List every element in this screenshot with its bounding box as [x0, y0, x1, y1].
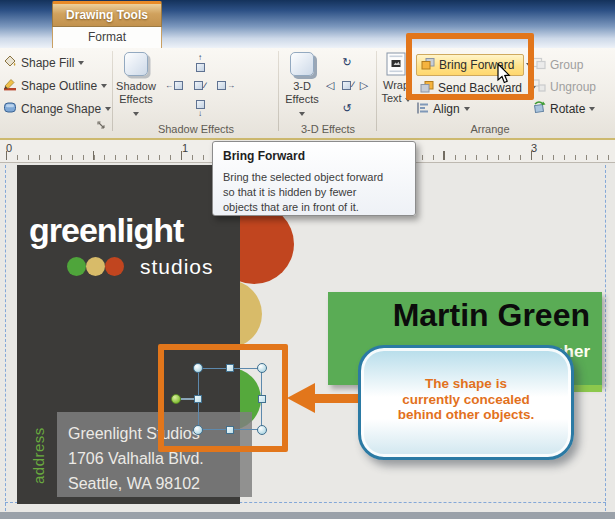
- dropdown-arrow-icon: [464, 107, 470, 111]
- address-label: address: [30, 414, 47, 498]
- change-shape-label: Change Shape: [21, 102, 101, 116]
- shape-fill-label: Shape Fill: [21, 56, 74, 70]
- shape-fill-icon: [3, 55, 17, 71]
- rotate-button[interactable]: Rotate: [532, 99, 595, 118]
- rotate-icon: [532, 101, 546, 117]
- callout-line: currently concealed: [361, 392, 571, 408]
- ungroup-button[interactable]: Ungroup: [532, 77, 596, 96]
- tooltip-title: Bring Forward: [223, 149, 305, 163]
- tilt-right-icon: ▷: [360, 80, 368, 91]
- dropdown-arrow-icon: [78, 61, 84, 65]
- shadow-square-icon: [174, 81, 183, 90]
- dropdown-arrow-icon: [105, 107, 111, 111]
- callout-bubble: The shape is currently concealed behind …: [358, 345, 574, 460]
- nudge-shadow-left-button[interactable]: ←: [162, 75, 186, 96]
- rotate-label: Rotate: [550, 102, 585, 116]
- tilt-left-button[interactable]: ◁: [322, 76, 338, 94]
- group-separator: [376, 51, 377, 131]
- toggle-threed-button[interactable]: ∕: [340, 76, 356, 94]
- shape-fill-button[interactable]: Shape Fill: [3, 53, 84, 73]
- dropdown-arrow-icon: [133, 112, 139, 116]
- callout-line: The shape is: [361, 376, 571, 392]
- nudge-shadow-down-button[interactable]: ↓: [188, 98, 212, 119]
- logo-dot-tan: [86, 257, 105, 276]
- address-line: Seattle, WA 98102: [68, 471, 204, 496]
- dropdown-arrow-icon: [589, 107, 595, 111]
- dialog-launcher-button[interactable]: [97, 117, 107, 135]
- callout-text: The shape is currently concealed behind …: [361, 376, 571, 423]
- ruler-mark-3: 3: [531, 142, 537, 154]
- margin-guide-right: [605, 165, 606, 511]
- change-shape-button[interactable]: Change Shape: [3, 99, 111, 119]
- logo-dot-green: [67, 257, 86, 276]
- logo-sub: studios: [140, 255, 214, 279]
- logo-name: greenlight: [29, 211, 183, 250]
- threed-square-icon: [342, 81, 351, 90]
- tilt-right-button[interactable]: ▷: [356, 76, 372, 94]
- group-label: Group: [550, 58, 583, 72]
- ruler-mark-1: 1: [182, 142, 188, 154]
- tooltip-line: so that it is hidden by fewer: [223, 186, 356, 198]
- arrow-down-icon: ↓: [198, 110, 202, 118]
- dropdown-arrow-icon: [101, 84, 107, 88]
- app-window: Drawing Tools Format Shape Fill Shape Ou…: [0, 0, 615, 519]
- align-icon: [416, 102, 429, 117]
- rotate-ccw-icon: ↺: [342, 103, 351, 114]
- ungroup-icon: [532, 79, 546, 95]
- shadow-square-icon: [196, 100, 205, 109]
- ruler-mark-0: 0: [6, 142, 12, 154]
- group-separator: [112, 51, 113, 131]
- callout-line: behind other objects.: [361, 407, 571, 423]
- ungroup-label: Ungroup: [550, 80, 596, 94]
- change-shape-icon: [3, 101, 17, 117]
- bring-forward-tooltip: Bring Forward Bring the selected object …: [212, 141, 416, 216]
- slash-icon: ∕: [204, 82, 205, 90]
- logo-dot-red: [105, 257, 124, 276]
- tooltip-line: objects that are in front of it.: [223, 201, 359, 213]
- arrow-right-icon: →: [227, 82, 235, 90]
- shape-outline-icon: [3, 78, 17, 94]
- threed-effects-label: 3-D: [293, 80, 311, 93]
- shadow-effects-label2: Effects: [116, 93, 156, 119]
- contextual-tab-drawing-tools[interactable]: Drawing Tools: [52, 1, 162, 27]
- slash-icon: ∕: [352, 81, 353, 89]
- mouse-cursor-icon: [497, 63, 511, 88]
- threed-effects-label2: Effects: [282, 93, 322, 119]
- nudge-shadow-right-button[interactable]: →: [214, 75, 238, 96]
- shadow-effects-icon: [124, 52, 148, 76]
- tilt-up-button[interactable]: ↺: [339, 99, 355, 117]
- shadow-square-icon: [194, 81, 203, 90]
- threed-effects-button[interactable]: 3-D Effects: [282, 52, 322, 119]
- person-name: Martin Green: [393, 297, 590, 334]
- shadow-effects-button[interactable]: Shadow Effects: [116, 52, 156, 119]
- tilt-left-icon: ◁: [326, 80, 334, 91]
- window-bottom-edge: [0, 512, 615, 519]
- arrange-group-label: Arrange: [420, 123, 560, 135]
- arrow-up-icon: ↑: [198, 54, 202, 62]
- margin-guide-left: [5, 165, 6, 511]
- tab-format[interactable]: Format: [52, 27, 162, 48]
- ribbon-highlight-box: [406, 33, 534, 100]
- shape-outline-button[interactable]: Shape Outline: [3, 76, 107, 96]
- tilt-down-button[interactable]: ↻: [339, 53, 355, 71]
- shadow-square-icon: [217, 81, 226, 90]
- align-button[interactable]: Align: [416, 100, 470, 118]
- shadow-effects-group-label: Shadow Effects: [118, 123, 274, 135]
- group-separator: [278, 51, 279, 131]
- nudge-shadow-up-button[interactable]: ↑: [188, 52, 212, 73]
- shape-outline-label: Shape Outline: [21, 79, 97, 93]
- threed-effects-group-label: 3-D Effects: [282, 123, 374, 135]
- shadow-square-icon: [196, 63, 205, 72]
- arrow-left-icon: ←: [165, 82, 173, 90]
- group-button[interactable]: Group: [532, 55, 583, 74]
- shadow-effects-label: Shadow: [116, 80, 156, 93]
- group-icon: [532, 57, 546, 73]
- wrap-text-icon: [386, 52, 406, 79]
- threed-effects-icon: [290, 52, 314, 76]
- align-label: Align: [433, 102, 460, 116]
- toggle-shadow-button[interactable]: ∕: [188, 75, 212, 96]
- rotate-cw-icon: ↻: [342, 57, 351, 68]
- document-highlight-box: [158, 344, 288, 452]
- tooltip-line: Bring the selected object forward: [223, 171, 383, 183]
- dropdown-arrow-icon: [299, 112, 305, 116]
